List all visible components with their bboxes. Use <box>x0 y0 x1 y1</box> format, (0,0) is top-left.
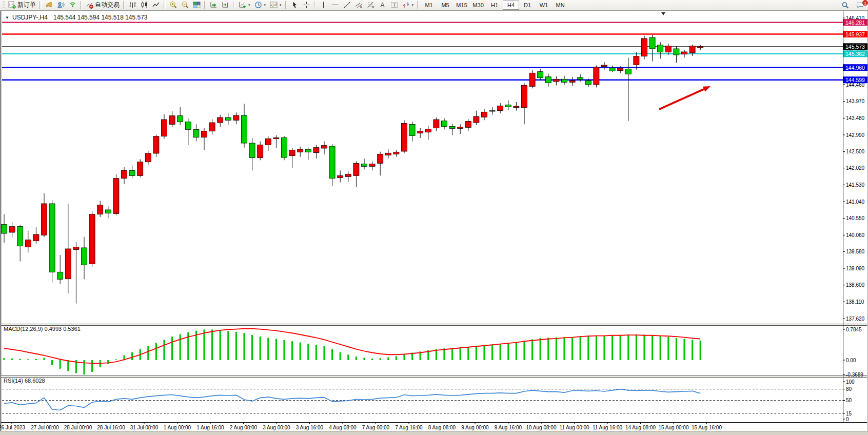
svg-text:141.530: 141.530 <box>846 182 865 188</box>
toolbar-separator <box>233 1 235 9</box>
svg-text:143.970: 143.970 <box>846 98 865 104</box>
autotrading-button-label: 自动交易 <box>95 1 120 9</box>
svg-text:28 Jul 16:00: 28 Jul 16:00 <box>97 425 125 430</box>
line-chart-icon <box>152 1 160 9</box>
svg-text:0.7845: 0.7845 <box>846 327 862 332</box>
chart-canvas[interactable]: 146.410145.920145.430144.940144.460143.9… <box>0 10 868 435</box>
svg-text:142.020: 142.020 <box>846 165 865 171</box>
cursor-icon <box>291 1 299 9</box>
svg-text:80: 80 <box>846 386 852 392</box>
chart-ohlc-readout: 145.544 145.594 145.518 145.573 <box>53 14 148 21</box>
chat-button[interactable]: 1 <box>854 0 866 10</box>
dropdown-caret-icon[interactable]: ▾ <box>264 3 266 7</box>
vps-icon <box>69 1 76 9</box>
dropdown-caret-icon[interactable]: ▾ <box>280 3 282 7</box>
svg-text:141.040: 141.040 <box>846 199 865 205</box>
timeframe-h4-button[interactable]: H4 <box>503 1 519 10</box>
svg-text:139.580: 139.580 <box>846 249 865 254</box>
svg-text:4 Aug 08:00: 4 Aug 08:00 <box>329 425 357 430</box>
notification-badge: 1 <box>862 0 868 6</box>
equidistant-channel-button[interactable]: E <box>353 0 365 10</box>
search-button[interactable] <box>839 0 851 10</box>
channel-icon: E <box>355 1 363 9</box>
profiles-button[interactable]: ▾ <box>252 0 268 10</box>
timeframe-w1-button[interactable]: W1 <box>536 1 552 10</box>
svg-text:143.480: 143.480 <box>846 115 865 121</box>
toolbar-separator <box>314 1 316 9</box>
indicators-button[interactable]: ▾ <box>268 0 284 10</box>
crosshair-icon <box>303 1 310 9</box>
svg-text:8 Aug 08:00: 8 Aug 08:00 <box>428 425 456 430</box>
svg-text:15 Aug 16:00: 15 Aug 16:00 <box>692 425 722 430</box>
auto-scroll-button[interactable] <box>208 0 220 10</box>
toolbar-separator <box>204 1 206 9</box>
candlestick-chart-button[interactable] <box>139 0 150 10</box>
timeframe-m5-button[interactable]: M5 <box>437 1 453 10</box>
svg-text:142.990: 142.990 <box>846 132 865 138</box>
svg-text:2 Aug 08:00: 2 Aug 08:00 <box>230 425 258 430</box>
svg-text:15 Aug 00:00: 15 Aug 00:00 <box>659 425 689 430</box>
tile-windows-button[interactable] <box>191 0 203 10</box>
toolbar-separator <box>80 1 82 9</box>
new-order-button[interactable]: 新订单 <box>6 0 38 10</box>
timeframe-m1-button[interactable]: M1 <box>421 1 437 10</box>
vertical-line-button[interactable] <box>318 0 329 10</box>
new-chart-button[interactable]: ▾ <box>236 0 252 10</box>
trendline-icon <box>343 1 351 9</box>
toolbar-drag-handle[interactable] <box>3 1 5 9</box>
zoom-out-icon <box>181 1 189 9</box>
svg-text:145.937: 145.937 <box>845 31 865 37</box>
trendline-button[interactable] <box>341 0 353 10</box>
signals-icon <box>57 1 65 9</box>
svg-text:140.060: 140.060 <box>846 232 865 238</box>
bar-chart-button[interactable] <box>127 0 139 10</box>
zoom-in-button[interactable] <box>167 0 179 10</box>
timeframe-mn-button[interactable]: MN <box>552 1 568 10</box>
timeframe-m30-button[interactable]: M30 <box>470 1 486 10</box>
mt4-terminal: 新订单自动交易▾▾▾EFAT▾M1M5M15M30H1H4D1W1MN1 146… <box>0 0 868 435</box>
signals-button[interactable] <box>55 0 67 10</box>
arrows-button[interactable]: ▾ <box>400 0 416 10</box>
crosshair-button[interactable] <box>301 0 312 10</box>
line-chart-button[interactable] <box>150 0 162 10</box>
svg-text:145.573: 145.573 <box>845 44 865 50</box>
text-label-button[interactable]: T <box>388 0 400 10</box>
chart-shift-button[interactable] <box>220 0 231 10</box>
market-button[interactable] <box>43 0 55 10</box>
new-chart-icon <box>239 1 246 9</box>
vps-button[interactable] <box>67 0 78 10</box>
svg-text:138.600: 138.600 <box>846 282 865 288</box>
svg-text:7 Aug 16:00: 7 Aug 16:00 <box>395 425 423 430</box>
svg-text:10 Aug 08:00: 10 Aug 08:00 <box>526 425 557 430</box>
zoom-out-button[interactable] <box>179 0 191 10</box>
chart-symbol-title[interactable]: USDJPY-,H4 <box>12 14 48 21</box>
svg-text:31 Jul 08:00: 31 Jul 08:00 <box>130 425 159 430</box>
timeframe-h1-button[interactable]: H1 <box>486 1 503 10</box>
svg-text:14 Aug 08:00: 14 Aug 08:00 <box>625 425 656 430</box>
svg-text:9 Aug 16:00: 9 Aug 16:00 <box>495 425 522 430</box>
autotrading-button[interactable]: 自动交易 <box>84 0 122 10</box>
svg-text:T: T <box>393 3 396 8</box>
dropdown-caret-icon[interactable]: ▾ <box>248 3 250 7</box>
svg-text:0.00: 0.00 <box>846 358 856 363</box>
svg-text:142.500: 142.500 <box>846 149 865 154</box>
svg-text:144.960: 144.960 <box>845 65 865 71</box>
svg-text:144.599: 144.599 <box>845 77 865 83</box>
fibonacci-button[interactable]: F <box>365 0 377 10</box>
horizontal-line-button[interactable] <box>329 0 341 10</box>
cursor-button[interactable] <box>289 0 301 10</box>
timeframe-d1-button[interactable]: D1 <box>519 1 536 10</box>
dropdown-caret-icon[interactable]: ▾ <box>412 3 414 7</box>
svg-text:3 Aug 00:00: 3 Aug 00:00 <box>263 425 290 430</box>
symbol-dropdown-icon[interactable]: ▼ <box>5 15 9 20</box>
svg-text:137.620: 137.620 <box>846 316 865 322</box>
text-icon: A <box>379 1 386 9</box>
label-icon: T <box>390 1 398 9</box>
svg-text:146.281: 146.281 <box>845 19 865 26</box>
toolbar-separator <box>40 1 42 9</box>
svg-text:138.110: 138.110 <box>846 299 864 305</box>
text-button[interactable]: A <box>377 0 388 10</box>
hline-icon <box>331 1 339 9</box>
chart-plus-icon <box>8 1 16 9</box>
timeframe-m15-button[interactable]: M15 <box>453 1 470 10</box>
